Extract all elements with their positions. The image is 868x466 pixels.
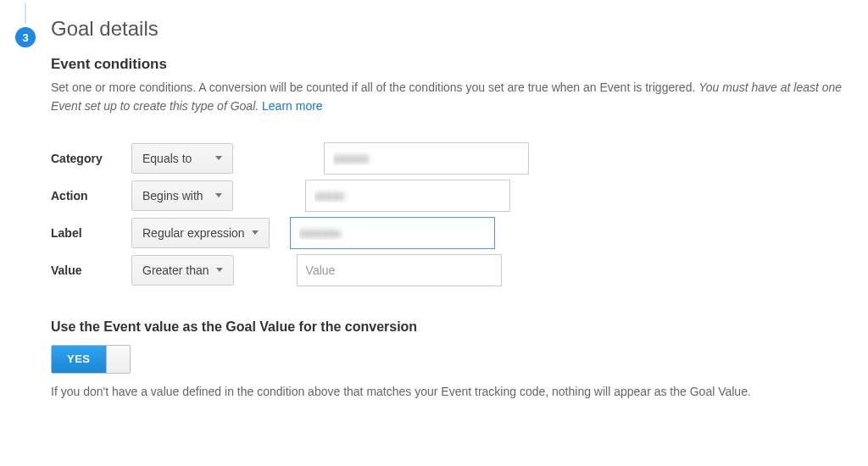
step-indicator: 3 <box>15 27 36 47</box>
row-label-action: Action <box>51 189 131 202</box>
chevron-down-icon <box>215 156 222 160</box>
goal-value-toggle[interactable]: YES <box>51 345 131 374</box>
row-label-label: Label <box>51 226 131 240</box>
learn-more-link[interactable]: Learn more <box>262 99 323 113</box>
operator-dropdown-category[interactable]: Equals to <box>131 143 233 174</box>
section-title: Goal details <box>51 17 848 41</box>
value-input-action[interactable] <box>305 180 510 212</box>
operator-label: Equals to <box>142 152 192 165</box>
goal-value-heading: Use the Event value as the Goal Value fo… <box>51 319 848 335</box>
condition-row-action: Action Begins with <box>51 177 848 214</box>
operator-dropdown-value[interactable]: Greater than <box>131 255 234 286</box>
operator-label: Begins with <box>142 189 203 202</box>
toggle-yes-label: YES <box>52 346 106 373</box>
operator-dropdown-label[interactable]: Regular expression <box>131 218 270 248</box>
condition-row-label: Label Regular expression <box>51 214 848 252</box>
step-number: 3 <box>22 31 28 44</box>
event-conditions-description: Set one or more conditions. A conversion… <box>51 78 848 116</box>
row-label-category: Category <box>51 152 131 165</box>
row-label-value: Value <box>51 264 131 277</box>
toggle-handle <box>106 346 130 373</box>
value-input-label[interactable] <box>290 217 495 249</box>
chevron-down-icon <box>215 193 222 197</box>
value-input-value[interactable] <box>297 254 502 286</box>
chevron-down-icon <box>252 230 259 235</box>
condition-row-category: Category Equals to <box>51 140 848 177</box>
operator-label: Regular expression <box>142 226 245 240</box>
value-input-category[interactable] <box>324 142 529 175</box>
condition-row-value: Value Greater than <box>51 252 848 289</box>
operator-label: Greater than <box>142 264 209 277</box>
description-prefix: Set one or more conditions. A conversion… <box>51 80 698 94</box>
chevron-down-icon <box>216 268 223 272</box>
event-conditions-heading: Event conditions <box>51 56 848 73</box>
goal-value-note: If you don't have a value defined in the… <box>51 382 848 401</box>
operator-dropdown-action[interactable]: Begins with <box>131 180 233 211</box>
